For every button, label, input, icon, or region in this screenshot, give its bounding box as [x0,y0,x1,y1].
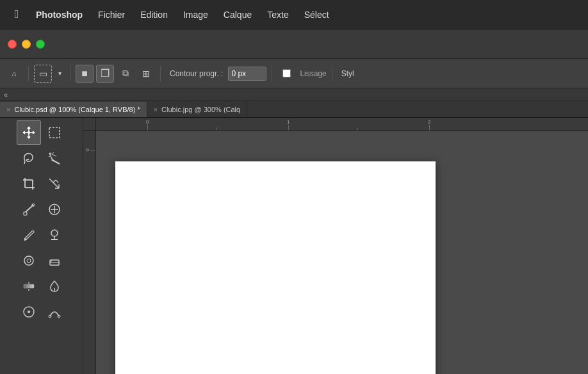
ruler-minor-2-line [357,127,358,130]
dropdown-button[interactable]: ▾ [54,65,65,83]
menu-select[interactable]: Sélect [297,0,337,29]
measure-icon [47,177,61,191]
ruler-v-line-0 [90,150,95,150]
tab-clubic-psd[interactable]: × Clubic.psd @ 100% (Calque 1, RVB/8) * [0,102,147,117]
healing-tool[interactable] [42,197,67,222]
eyedropper-icon [22,202,36,216]
menu-bar:  Photoshop Fichier Edition Image Calque… [0,0,588,29]
ellipse-tool[interactable] [17,300,41,324]
svg-line-2 [24,161,25,164]
tools-row-1 [0,120,83,145]
minimize-button[interactable] [22,40,31,49]
ruler-mark-2: 2 [428,120,430,130]
menu-texte[interactable]: Texte [259,0,296,29]
tools-row-7 [0,274,83,298]
close-button[interactable] [8,40,17,49]
eyedropper-tool[interactable] [17,197,41,222]
svg-line-18 [56,180,58,183]
collapse-icon[interactable]: « [4,91,8,99]
tabs-bar: × Clubic.psd @ 100% (Calque 1, RVB/8) * … [0,101,588,118]
divider-1 [28,66,29,81]
svg-point-27 [51,230,58,236]
svg-line-14 [49,179,59,188]
document-canvas[interactable] [115,161,436,374]
magic-wand-icon [47,151,61,165]
canvas-area[interactable]: 0 1 2 [83,118,588,374]
grid-button[interactable]: ⊞ [137,65,155,83]
stamp-tool[interactable] [42,223,67,247]
smudge-icon [22,254,36,268]
maximize-button[interactable] [36,40,45,49]
main-area: 0 1 2 [0,118,588,374]
ruler-minor-1-line [216,127,217,130]
selection-rect-button[interactable]: ▭ [34,65,52,83]
stamp-icon [47,228,61,242]
lasso-icon [22,151,36,165]
collapse-bar: « [0,88,588,101]
canvas-content[interactable] [96,131,588,374]
svg-rect-19 [24,212,27,215]
move-tool[interactable] [17,120,41,145]
apple-logo[interactable]:  [5,8,28,21]
clipboard-button[interactable]: ⧉ [117,65,135,83]
lasso-tool[interactable] [17,146,41,170]
brush-tool[interactable] [17,223,41,247]
svg-line-17 [53,180,56,183]
tools-row-2 [0,146,83,170]
menu-photoshop[interactable]: Photoshop [28,0,90,29]
square-tool-button[interactable]: ■ [76,65,94,83]
tab-close-jpg[interactable]: × [154,106,158,113]
svg-point-26 [24,238,26,240]
ruler-mark-1: 1 [287,120,290,130]
svg-point-38 [28,311,30,313]
menu-fichier[interactable]: Fichier [90,0,133,29]
tab-clubic-jpg[interactable]: × Clubic.jpg @ 300% (Calq [147,102,248,117]
path-tool[interactable] [42,300,67,324]
magic-wand-tool[interactable] [42,146,67,170]
divider-5 [332,66,332,81]
tools-row-4 [0,197,83,222]
svg-point-30 [24,256,33,265]
tab-label-psd: Clubic.psd @ 100% (Calque 1, RVB/8) * [14,106,140,113]
copy-button[interactable]: ❐ [96,65,114,83]
eraser-tool[interactable] [42,248,67,273]
marquee-rect-tool[interactable] [42,120,67,145]
move-icon [22,126,36,140]
svg-point-31 [27,259,31,263]
ruler-mark-0-line [147,125,148,130]
tab-close-psd[interactable]: × [6,106,10,113]
tools-row-5 [0,223,83,247]
tab-label-jpg: Clubic.jpg @ 300% (Calq [161,106,240,113]
menu-image[interactable]: Image [176,0,216,29]
crop-tool[interactable] [17,172,41,196]
ruler-v-label-0: 0 [85,149,90,151]
menu-edition[interactable]: Edition [133,0,176,29]
ruler-minor-1 [216,127,217,130]
lissage-label: Lissage [300,69,326,78]
healing-icon [47,202,61,216]
ruler-corner [83,118,96,131]
home-button[interactable]: ⌂ [5,65,23,83]
divider-4 [272,66,272,81]
marquee-rect-icon [47,126,61,140]
style-label: Styl [341,69,354,78]
smudge-tool[interactable] [17,248,41,273]
measure-tool[interactable] [42,172,67,196]
gradient-tool[interactable] [17,274,41,298]
contour-input[interactable] [228,67,266,81]
brush-icon [22,228,36,242]
ruler-v-marks: 0 [83,131,95,374]
tools-row-3 [0,172,83,196]
lissage-checkbox[interactable] [282,69,291,77]
title-bar [0,29,588,59]
ruler-minor-2 [357,127,358,130]
ruler-mark-1-line [288,125,289,130]
ruler-mark-2-line [429,125,430,130]
menu-calque[interactable]: Calque [216,0,259,29]
ruler-horizontal: 0 1 2 [96,118,588,131]
tools-panel [0,118,83,374]
pen-tool[interactable] [42,274,67,298]
pen-icon [47,279,61,293]
tools-row-6 [0,248,83,273]
svg-line-8 [53,152,54,154]
